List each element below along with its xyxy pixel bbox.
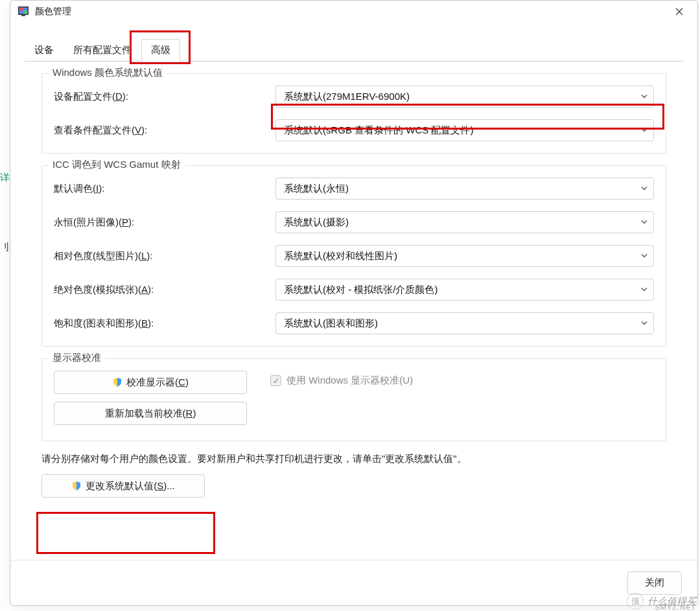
select-value: 系统默认(校对 - 模拟纸张/介质颜色) — [284, 284, 438, 296]
chevron-down-icon — [640, 318, 648, 329]
shield-icon — [71, 481, 82, 491]
chevron-down-icon — [640, 217, 648, 228]
group-title: Windows 颜色系统默认值 — [49, 67, 167, 79]
relative-colorimetric-label: 相对色度(线型图片)(L): — [54, 250, 275, 262]
display-calibration-group: 显示器校准 校准显示器(C) 重新加载当前校准(R) — [41, 358, 666, 441]
close-button[interactable] — [665, 3, 694, 21]
chevron-down-icon — [640, 125, 648, 136]
chevron-down-icon — [640, 284, 648, 295]
tab-bar: 设备 所有配置文件 高级 — [25, 40, 683, 62]
saturation-label: 饱和度(图表和图形)(B): — [54, 317, 275, 330]
window-title: 颜色管理 — [35, 6, 665, 17]
tab-all-profiles[interactable]: 所有配置文件 — [64, 39, 141, 62]
app-icon — [17, 5, 30, 18]
select-value: 系统默认(永恒) — [284, 183, 349, 195]
select-value: 系统默认(摄影) — [284, 216, 349, 229]
checkbox-icon: ✓ — [270, 375, 281, 386]
chevron-down-icon — [640, 91, 648, 102]
icc-wcs-gamut-group: ICC 调色到 WCS Gamut 映射 默认调色(I): 系统默认(永恒) 永… — [41, 165, 666, 347]
close-icon — [675, 8, 683, 16]
instruction-text: 请分别存储对每个用户的颜色设置。要对新用户和共享打印机进行更改，请单击"更改系统… — [41, 453, 666, 465]
relative-colorimetric-select[interactable]: 系统默认(校对和线性图片) — [275, 245, 654, 267]
tab-advanced[interactable]: 高级 — [141, 39, 180, 62]
default-rendering-label: 默认调色(I): — [54, 183, 275, 195]
chevron-down-icon — [640, 183, 648, 194]
viewing-conditions-select[interactable]: 系统默认(sRGB 查看条件的 WCS 配置文件) — [275, 119, 654, 141]
svg-rect-3 — [23, 11, 28, 14]
device-profile-select[interactable]: 系统默认(279M1ERV-6900K) — [275, 86, 654, 108]
windows-color-defaults-group: Windows 颜色系统默认值 设备配置文件(D): 系统默认(279M1ERV… — [41, 73, 666, 154]
reload-calibration-button[interactable]: 重新加载当前校准(R) — [54, 402, 247, 425]
close-dialog-button[interactable]: 关闭 — [627, 571, 682, 595]
change-system-defaults-button[interactable]: 更改系统默认值(S)... — [41, 474, 205, 498]
shield-icon — [112, 377, 122, 387]
dialog-footer: 关闭 — [10, 560, 697, 605]
select-value: 系统默认(图表和图形) — [284, 317, 378, 330]
absolute-colorimetric-label: 绝对色度(模拟纸张)(A): — [54, 284, 275, 296]
perceptual-select[interactable]: 系统默认(摄影) — [275, 211, 654, 233]
svg-rect-2 — [19, 8, 24, 11]
svg-rect-4 — [21, 15, 25, 16]
background-text: 详 — [0, 172, 8, 184]
use-windows-calibration-checkbox[interactable]: ✓ 使用 Windows 显示器校准(U) — [270, 375, 654, 387]
group-title: ICC 调色到 WCS Gamut 映射 — [49, 159, 185, 171]
default-rendering-select[interactable]: 系统默认(永恒) — [275, 178, 654, 200]
viewing-conditions-label: 查看条件配置文件(V): — [54, 124, 275, 137]
background-text: 刂 — [0, 241, 8, 253]
color-management-dialog: 颜色管理 设备 所有配置文件 高级 Windows 颜色系统默认值 设备配置文件… — [10, 0, 698, 606]
absolute-colorimetric-select[interactable]: 系统默认(校对 - 模拟纸张/介质颜色) — [275, 279, 654, 301]
select-value: 系统默认(sRGB 查看条件的 WCS 配置文件) — [284, 124, 474, 137]
select-value: 系统默认(校对和线性图片) — [284, 250, 397, 262]
calibrate-display-button[interactable]: 校准显示器(C) — [54, 371, 247, 394]
titlebar: 颜色管理 — [10, 1, 697, 23]
select-value: 系统默认(279M1ERV-6900K) — [284, 91, 410, 103]
tab-devices[interactable]: 设备 — [25, 39, 64, 62]
saturation-select[interactable]: 系统默认(图表和图形) — [275, 312, 654, 334]
group-title: 显示器校准 — [49, 352, 105, 364]
checkbox-label: 使用 Windows 显示器校准(U) — [286, 375, 413, 387]
perceptual-label: 永恒(照片图像)(P): — [54, 216, 275, 229]
device-profile-label: 设备配置文件(D): — [54, 91, 275, 103]
chevron-down-icon — [640, 251, 648, 262]
